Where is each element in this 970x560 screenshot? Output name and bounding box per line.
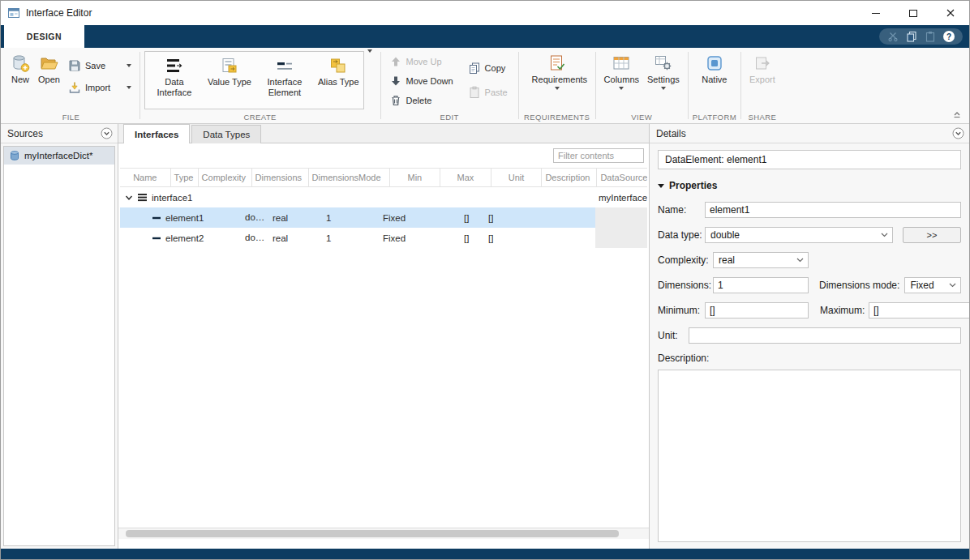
window-title: Interface Editor xyxy=(26,7,92,19)
interface-element-button[interactable]: Interface Element xyxy=(255,52,314,109)
column-header-max[interactable]: Max xyxy=(440,169,491,186)
copy-button[interactable]: Copy xyxy=(464,59,514,77)
cell-dimensions: 1 xyxy=(323,228,380,248)
export-button[interactable]: Export xyxy=(745,49,779,85)
value-type-button[interactable]: Value Type xyxy=(204,52,255,109)
tab-design[interactable]: DESIGN xyxy=(4,25,84,48)
collapse-sources-button[interactable] xyxy=(101,127,113,139)
column-header-description[interactable]: Description xyxy=(542,169,597,186)
unit-label: Unit: xyxy=(658,330,689,341)
close-icon xyxy=(946,8,955,18)
sources-panel: Sources myInterfaceDict* xyxy=(1,124,118,549)
cell-description xyxy=(540,187,595,207)
column-header-name[interactable]: Name xyxy=(120,169,171,186)
details-title: Details xyxy=(656,128,686,139)
delete-button[interactable]: Delete xyxy=(385,92,457,109)
data-interface-button[interactable]: Data Interface xyxy=(145,52,204,109)
cell-dimensions xyxy=(323,187,380,207)
column-header-dimensionsmode[interactable]: DimensionsMode xyxy=(309,169,390,186)
main-content: Sources myInterfaceDict* Interfaces Data… xyxy=(1,124,969,549)
dimensions-input[interactable] xyxy=(713,277,809,293)
minimum-input[interactable] xyxy=(705,302,809,318)
row-element2[interactable]: element2 double real 1 Fixed [] [] xyxy=(120,228,647,248)
column-header-unit[interactable]: Unit xyxy=(491,169,543,186)
column-header-complexity[interactable]: Complexity xyxy=(199,169,252,186)
cell-description xyxy=(540,228,595,248)
alias-type-button[interactable]: Alias Type xyxy=(314,52,363,109)
filter-input[interactable] xyxy=(553,148,644,163)
create-gallery: Data Interface Value Type Interface Elem… xyxy=(144,51,364,109)
ribbon-group-share: Export SHARE xyxy=(741,48,783,123)
titlebar[interactable]: Interface Editor xyxy=(1,1,969,25)
cell-complexity: real xyxy=(269,207,323,228)
paste-icon[interactable] xyxy=(925,31,936,42)
open-folder-icon xyxy=(39,53,58,73)
save-icon xyxy=(68,59,81,72)
chevron-down-icon xyxy=(881,233,888,237)
columns-button[interactable]: Columns xyxy=(600,49,643,90)
column-header-dimensions[interactable]: Dimensions xyxy=(252,169,309,186)
new-button[interactable]: New xyxy=(6,49,34,85)
collapse-ribbon-button[interactable] xyxy=(950,108,964,121)
data-type-combo[interactable]: double xyxy=(705,227,893,243)
help-button[interactable]: ? xyxy=(943,31,955,42)
horizontal-scrollbar[interactable] xyxy=(118,528,649,539)
maximize-button[interactable] xyxy=(895,1,932,25)
row-interface1[interactable]: interface1 myInterfaceDict xyxy=(120,187,647,207)
description-textarea[interactable] xyxy=(658,370,961,542)
cell-max: [] xyxy=(485,207,513,228)
cell-type: double xyxy=(242,207,269,228)
source-item[interactable]: myInterfaceDict* xyxy=(4,147,114,165)
move-up-icon xyxy=(389,55,402,68)
ribbon-group-view: Columns Settings VIEW xyxy=(596,48,688,123)
open-button[interactable]: Open xyxy=(34,49,64,85)
complexity-combo[interactable]: real xyxy=(713,252,809,268)
minimize-button[interactable] xyxy=(857,1,895,25)
interfaces-table: Name Type Complexity Dimensions Dimensio… xyxy=(120,168,647,528)
move-down-button[interactable]: Move Down xyxy=(385,72,457,90)
spacer xyxy=(118,539,649,549)
column-header-type[interactable]: Type xyxy=(171,169,199,186)
expand-data-type-button[interactable]: >> xyxy=(903,227,961,243)
column-header-datasource[interactable]: DataSource xyxy=(597,169,647,186)
editor-panel: Interfaces Data Types Name Type Complexi… xyxy=(118,124,650,549)
name-input[interactable] xyxy=(705,202,961,218)
alias-type-icon xyxy=(328,56,348,75)
close-button[interactable] xyxy=(932,1,969,25)
import-button[interactable]: Import xyxy=(64,79,135,96)
column-header-min[interactable]: Min xyxy=(390,169,441,186)
create-gallery-dropdown[interactable] xyxy=(364,49,376,53)
table-header-row: Name Type Complexity Dimensions Dimensio… xyxy=(120,168,647,187)
triangle-down-icon xyxy=(658,184,664,188)
native-button[interactable]: Native xyxy=(697,49,731,85)
section-label-view: VIEW xyxy=(600,111,684,123)
maximum-input[interactable] xyxy=(869,302,970,318)
ribbon-group-create: Data Interface Value Type Interface Elem… xyxy=(140,48,380,123)
row-element1[interactable]: element1 double real 1 Fixed [] [] xyxy=(120,207,647,228)
tab-interfaces[interactable]: Interfaces xyxy=(123,124,190,143)
expand-chevron-icon[interactable] xyxy=(125,194,133,202)
chevron-up-icon xyxy=(952,109,962,119)
save-button[interactable]: Save xyxy=(64,57,135,75)
maximize-icon xyxy=(909,10,917,17)
cell-min xyxy=(461,187,485,207)
chevron-down-icon xyxy=(949,283,956,288)
dimensions-mode-combo[interactable]: Fixed xyxy=(904,277,961,293)
details-form: DataElement: element1 Properties Name: D… xyxy=(650,143,969,549)
paste-button[interactable]: Paste xyxy=(464,83,514,101)
settings-button[interactable]: Settings xyxy=(643,49,684,90)
cut-icon[interactable] xyxy=(887,31,899,42)
export-icon xyxy=(753,53,772,73)
collapse-details-button[interactable] xyxy=(952,127,964,139)
status-bar xyxy=(1,549,969,559)
sources-list: myInterfaceDict* xyxy=(3,146,115,546)
properties-section-toggle[interactable]: Properties xyxy=(658,180,961,191)
move-up-button[interactable]: Move Up xyxy=(385,53,457,71)
unit-input[interactable] xyxy=(689,327,961,344)
copy-icon[interactable] xyxy=(906,31,917,42)
source-item-label: myInterfaceDict* xyxy=(24,151,92,160)
requirements-button[interactable]: Requirements xyxy=(528,49,586,90)
tab-data-types[interactable]: Data Types xyxy=(191,125,261,143)
hscroll-thumb[interactable] xyxy=(126,530,619,537)
cell-datasource xyxy=(595,228,647,248)
